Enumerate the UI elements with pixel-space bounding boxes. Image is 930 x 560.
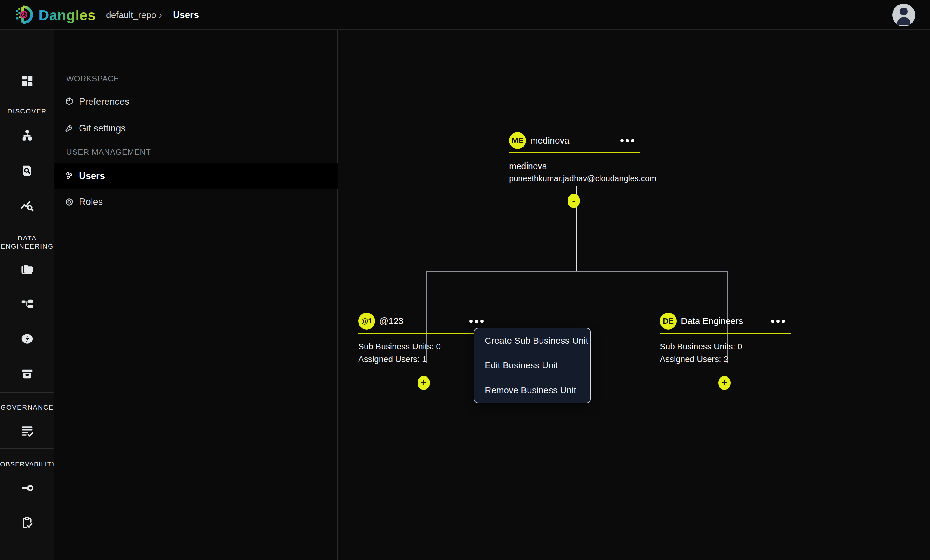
sidebar-section-user-management: USER MANAGEMENT — [66, 147, 325, 157]
node-divider — [660, 333, 790, 334]
sidebar-item-label: Git settings — [79, 116, 126, 141]
lightning-icon[interactable] — [20, 332, 34, 346]
sidebar-item-preferences[interactable]: Preferences — [54, 89, 338, 114]
clipboard-check-icon[interactable] — [20, 516, 34, 529]
top-bar: Dangles default_repo › Users — [0, 0, 930, 30]
node-name: medinova — [509, 162, 547, 170]
rail-section-label-observability: OBSERVABILITY — [0, 460, 54, 468]
sidebar-item-git-settings[interactable]: Git settings — [54, 116, 338, 141]
breadcrumb-chevron-icon: › — [159, 0, 162, 29]
cube-icon — [64, 97, 74, 107]
menu-item-remove-business-unit[interactable]: Remove Business Unit — [474, 378, 590, 403]
breadcrumb-repo[interactable]: default_repo — [106, 0, 156, 30]
node-sub-units: Sub Business Units: 0 — [660, 342, 742, 351]
icon-rail: DISCOVER DATA ENGINEERING — [0, 30, 54, 560]
sub-units-value: 0 — [436, 342, 441, 351]
rail-label-line: DATA — [0, 234, 54, 242]
pipeline-icon[interactable] — [20, 297, 34, 311]
node-title: @123 — [379, 316, 404, 326]
assigned-users-value: 2 — [724, 354, 728, 364]
roles-icon — [64, 197, 74, 207]
node-title: Data Engineers — [681, 316, 743, 326]
sidebar-item-label: Preferences — [79, 89, 129, 114]
rail-divider — [0, 226, 54, 226]
assigned-users-value: 1 — [422, 354, 427, 364]
rail-label-line: ENGINEERING — [0, 242, 54, 250]
sidebar-item-label: Users — [79, 163, 105, 189]
node-assigned-users: Assigned Users: 2 — [660, 355, 728, 364]
dashboard-icon[interactable] — [20, 74, 34, 88]
folders-icon[interactable] — [20, 262, 34, 276]
rail-section-label-data-engineering: DATA ENGINEERING — [0, 234, 54, 250]
checklist-icon[interactable] — [20, 424, 34, 438]
rail-section-label-governance: GOVERNANCE — [0, 403, 54, 411]
avatar-body-shape — [897, 17, 910, 25]
hierarchy-icon[interactable] — [20, 129, 34, 142]
node-title: medinova — [530, 136, 570, 145]
node-divider — [358, 333, 489, 334]
expand-icon[interactable]: + — [417, 376, 430, 390]
node-avatar: ME — [509, 132, 526, 149]
user-avatar-icon[interactable] — [892, 4, 915, 26]
rail-divider — [0, 448, 54, 449]
more-menu-icon[interactable] — [470, 319, 483, 323]
menu-item-edit-business-unit[interactable]: Edit Business Unit — [474, 353, 590, 377]
more-menu-icon[interactable] — [620, 139, 634, 142]
node-avatar: @1 — [358, 313, 375, 330]
settings-sidebar: WORKSPACE Preferences Git settings USER … — [54, 30, 338, 560]
sidebar-item-label: Roles — [79, 189, 103, 215]
rail-section-label-discover: DISCOVER — [0, 107, 54, 115]
breadcrumb-current-page: Users — [173, 0, 199, 30]
app-window: Dangles default_repo › Users DISCOVER — [0, 0, 930, 560]
node-sub-units: Sub Business Units: 0 — [358, 342, 441, 351]
expand-icon[interactable]: + — [718, 376, 731, 390]
sidebar-item-users[interactable]: Users — [54, 163, 338, 189]
sidebar-section-workspace: WORKSPACE — [66, 74, 325, 83]
archive-icon[interactable] — [20, 367, 34, 380]
assigned-users-label: Assigned Users: — [358, 354, 420, 364]
wrench-icon — [64, 123, 74, 133]
rail-divider — [0, 392, 54, 393]
tree-connector-horizontal — [426, 271, 728, 272]
sub-units-label: Sub Business Units: — [660, 342, 735, 351]
sub-units-value: 0 — [738, 342, 742, 351]
users-icon — [64, 171, 74, 181]
node-email: puneethkumar.jadhav@cloudangles.com — [509, 174, 656, 183]
chart-search-icon[interactable] — [20, 199, 34, 212]
key-icon[interactable] — [20, 481, 34, 495]
more-menu-icon[interactable] — [771, 319, 785, 323]
sidebar-item-roles[interactable]: Roles — [54, 189, 338, 215]
document-search-icon[interactable] — [20, 164, 34, 178]
assigned-users-label: Assigned Users: — [660, 354, 721, 364]
node-assigned-users: Assigned Users: 1 — [358, 355, 427, 364]
node-avatar: DE — [660, 313, 677, 330]
sub-units-label: Sub Business Units: — [358, 342, 434, 351]
node-divider — [509, 152, 640, 153]
avatar-head-shape — [900, 8, 908, 15]
logo-wordmark[interactable]: Dangles — [38, 0, 96, 30]
dangles-logo-icon[interactable] — [15, 5, 35, 25]
menu-item-create-sub-business-unit[interactable]: Create Sub Business Unit — [474, 328, 590, 353]
business-unit-context-menu: Create Sub Business Unit Edit Business U… — [474, 328, 591, 403]
collapse-icon[interactable]: - — [568, 194, 580, 208]
